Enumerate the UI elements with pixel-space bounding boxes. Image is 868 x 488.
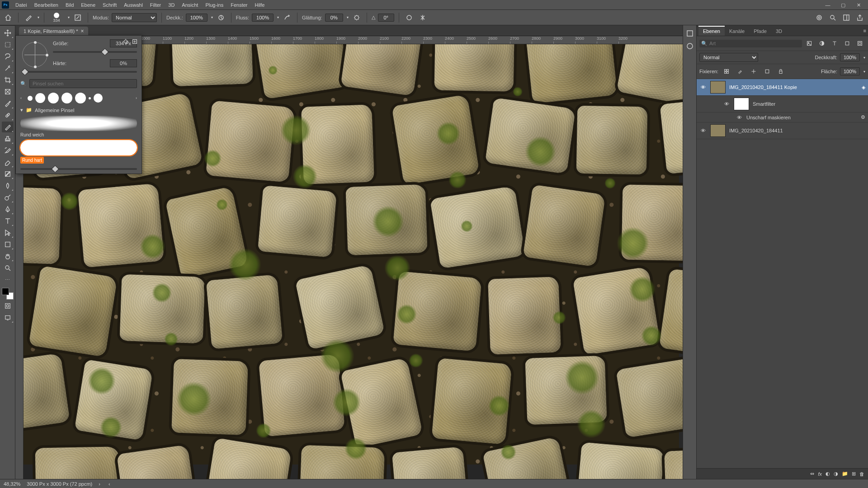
filter-smart-icon[interactable] [854, 38, 865, 49]
brush-folder[interactable]: ▾ 📁 Allgemeine Pinsel [20, 107, 137, 113]
brush-hardness-input[interactable] [110, 59, 137, 67]
recent-brush-7[interactable] [94, 94, 103, 103]
screenmode-icon[interactable] [2, 312, 14, 323]
filter-type-icon[interactable] [829, 38, 840, 49]
edit-toolbar-icon[interactable]: ⋯ [2, 274, 14, 285]
filter-image-icon[interactable] [804, 38, 815, 49]
brush-preview[interactable]: 334 [49, 12, 64, 23]
flow-dropdown[interactable]: ▾ [277, 15, 279, 19]
recent-brush-5[interactable] [75, 93, 86, 103]
visibility-icon[interactable]: 👁 [736, 115, 743, 120]
stamp-tool[interactable] [2, 133, 14, 144]
layer-blend-select[interactable]: Normal [699, 53, 758, 62]
heal-tool[interactable] [2, 110, 14, 121]
filter-settings-icon[interactable]: ⚙ [861, 114, 865, 120]
status-chevron-icon[interactable]: › [99, 481, 100, 487]
layer-row-2[interactable]: 👁 IMG_20210420_184411 [697, 122, 868, 139]
eraser-tool[interactable] [2, 157, 14, 168]
brush-list-slider[interactable] [20, 168, 137, 170]
filter-entry-row[interactable]: 👁 Unscharf maskieren ⚙ [697, 113, 868, 122]
lock-all-icon[interactable] [775, 66, 786, 77]
window-close-icon[interactable]: ✕ [851, 0, 866, 10]
layer-opacity-dropdown[interactable]: ▾ [863, 56, 865, 60]
menu-bearbeiten[interactable]: Bearbeiten [31, 0, 62, 10]
brush-picker-dropdown[interactable]: ▾ [68, 15, 70, 19]
search-icon[interactable] [827, 12, 838, 23]
zoom-readout[interactable]: 48,32% [4, 481, 20, 487]
menu-bild[interactable]: Bild [62, 0, 77, 10]
document-tab[interactable]: 1 Kopie, Filtermaske/8) * × [19, 27, 88, 36]
menu-hilfe[interactable]: Hilfe [251, 0, 268, 10]
smoothing-settings-icon[interactable] [351, 12, 362, 23]
filter-mask-thumb[interactable] [734, 98, 749, 110]
layer-name[interactable]: IMG_20210420_184411 Kopie [729, 84, 858, 90]
filter-adjust-icon[interactable] [816, 38, 827, 49]
lock-artboard-icon[interactable] [762, 66, 773, 77]
group-icon[interactable]: 📁 [842, 471, 848, 477]
airbrush-icon[interactable] [282, 12, 292, 23]
visibility-icon[interactable]: 👁 [699, 84, 707, 90]
recent-brush-1[interactable] [28, 96, 33, 101]
flow-input[interactable] [252, 14, 274, 22]
brush-tool[interactable] [2, 122, 14, 132]
share-icon[interactable] [854, 12, 865, 23]
symmetry-icon[interactable] [417, 12, 428, 23]
panel-icon-2[interactable] [684, 41, 695, 52]
menu-datei[interactable]: Datei [12, 0, 31, 10]
brush-hardness-slider[interactable] [25, 71, 137, 73]
brush-size-slider[interactable] [53, 51, 137, 53]
adjustment-icon[interactable]: ◑ [834, 471, 838, 477]
delete-icon[interactable]: 🗑 [859, 471, 864, 477]
nav-refresh-icon[interactable] [814, 12, 825, 23]
opacity-input[interactable] [186, 14, 208, 22]
brush-angle-widget[interactable] [22, 42, 47, 67]
menu-3d[interactable]: 3D [165, 0, 178, 10]
quickmask-icon[interactable] [2, 300, 14, 311]
pen-tool[interactable] [2, 204, 14, 215]
dodge-tool[interactable] [2, 192, 14, 203]
lasso-tool[interactable] [2, 51, 14, 62]
fill-dropdown[interactable]: ▾ [863, 70, 865, 74]
fill-input[interactable] [840, 67, 860, 75]
doc-dimensions[interactable]: 3000 Px x 3000 Px (72 ppcm) [27, 481, 92, 487]
brush-panel-icon[interactable] [72, 12, 83, 23]
tool-preset-dropdown[interactable]: ▾ [38, 15, 39, 19]
layer-thumb[interactable] [710, 81, 726, 94]
angle-input[interactable] [378, 14, 394, 22]
pressure-opacity-icon[interactable] [216, 12, 226, 23]
zoom-tool[interactable] [2, 263, 14, 273]
panel-icon-1[interactable] [684, 28, 695, 39]
menu-plugins[interactable]: Plug-ins [202, 0, 227, 10]
shape-tool[interactable] [2, 239, 14, 250]
layer-row-1[interactable]: 👁 IMG_20210420_184411 Kopie ◈ [697, 79, 868, 96]
layer-name[interactable]: IMG_20210420_184411 [729, 128, 865, 133]
new-layer-icon[interactable]: ⊞ [852, 471, 856, 477]
link-layers-icon[interactable]: ⇔ [810, 471, 814, 477]
smartfilter-row[interactable]: 👁 Smartfilter [697, 96, 868, 113]
crop-tool[interactable] [2, 75, 14, 85]
window-minimize-icon[interactable]: — [820, 0, 835, 10]
opacity-dropdown[interactable]: ▾ [211, 15, 213, 19]
tab-pfade[interactable]: Pfade [749, 26, 771, 36]
pressure-size-icon[interactable] [404, 12, 415, 23]
menu-filter[interactable]: Filter [146, 0, 165, 10]
workspace-icon[interactable] [841, 12, 852, 23]
tab-close-icon[interactable]: × [80, 28, 84, 34]
tab-ebenen[interactable]: Ebenen [698, 26, 725, 36]
brush-search-input[interactable] [29, 79, 137, 88]
wand-tool[interactable] [2, 63, 14, 74]
type-tool[interactable] [2, 216, 14, 226]
eyedropper-tool[interactable] [2, 98, 14, 109]
marquee-tool[interactable] [2, 39, 14, 50]
window-maximize-icon[interactable]: ▢ [835, 0, 851, 10]
brush-preset-hard[interactable]: Rund hart [20, 140, 137, 164]
brush-tool-icon[interactable] [23, 12, 34, 23]
recent-brush-4[interactable] [61, 93, 72, 103]
panel-menu-icon[interactable]: ≡ [863, 28, 866, 33]
foreground-color[interactable] [2, 288, 9, 295]
hand-tool[interactable] [2, 251, 14, 262]
status-prev-icon[interactable]: ‹ [108, 481, 110, 487]
new-brush-icon[interactable] [132, 38, 138, 46]
history-brush-tool[interactable] [2, 145, 14, 156]
smoothing-input[interactable] [325, 14, 343, 22]
